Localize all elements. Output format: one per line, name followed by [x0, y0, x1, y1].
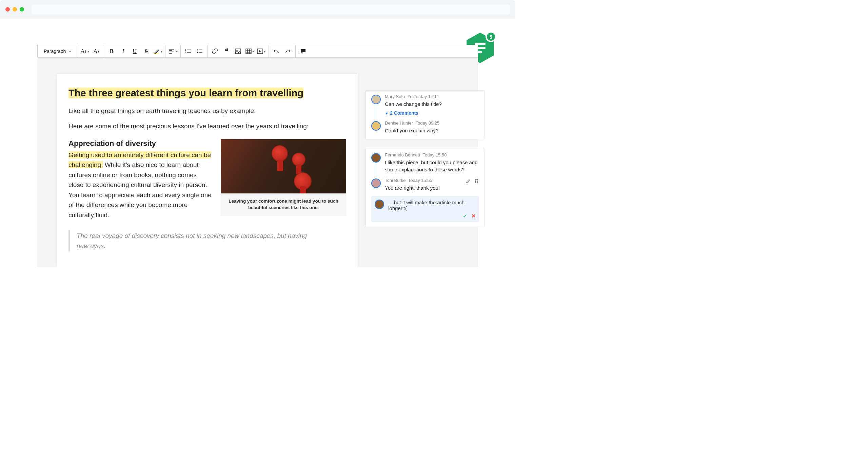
redo-button[interactable] — [283, 45, 293, 57]
paragraph-style-select[interactable]: Paragraph ▾ — [40, 49, 74, 54]
svg-rect-0 — [154, 54, 159, 54]
image-icon — [235, 49, 241, 54]
svg-rect-5 — [235, 49, 241, 54]
link-button[interactable] — [210, 45, 220, 57]
font-family-button[interactable]: AI▾ — [80, 45, 90, 57]
editor-area: Paragraph ▾ AI▾ A▾ B I U S ▾ — [37, 45, 478, 267]
font-size-button[interactable]: A▾ — [92, 45, 101, 57]
submit-reply-button[interactable]: ✓ — [463, 213, 467, 219]
doc-h2[interactable]: Appreciation of diversity — [68, 139, 213, 148]
align-button[interactable]: ▾ — [168, 45, 178, 57]
comment-thread[interactable]: Fernando Bennett Today 15:50 I like this… — [366, 149, 485, 227]
table-icon — [245, 49, 252, 54]
comment[interactable]: Toni Burke Today 15:55 You are right, th… — [371, 178, 479, 191]
strikethrough-button[interactable]: S — [141, 45, 151, 57]
avatar — [371, 153, 381, 163]
svg-text:1: 1 — [185, 49, 186, 51]
avatar — [375, 200, 384, 209]
image-button[interactable] — [233, 45, 243, 57]
address-bar[interactable] — [32, 4, 510, 15]
italic-button[interactable]: I — [118, 45, 128, 57]
media-button[interactable]: ▾ — [256, 45, 266, 57]
window-titlebar — [0, 0, 515, 19]
link-icon — [212, 48, 218, 54]
chevron-down-icon: ▾ — [69, 50, 71, 53]
table-button[interactable]: ▾ — [245, 45, 254, 57]
notification-count-badge: 5 — [486, 31, 496, 42]
avatar — [371, 121, 381, 131]
undo-icon — [273, 49, 279, 54]
document-canvas[interactable]: The three greatest things you learn from… — [57, 74, 358, 267]
highlight-button[interactable]: ▾ — [153, 45, 162, 57]
bold-button[interactable]: B — [107, 45, 116, 57]
doc-intro[interactable]: Like all the great things on earth trave… — [68, 106, 346, 116]
window-zoom-button[interactable] — [20, 7, 24, 12]
reply-input[interactable]: ... but it will make the article much lo… — [371, 196, 479, 222]
comment-icon — [300, 49, 306, 54]
underline-button[interactable]: U — [130, 45, 139, 57]
svg-rect-7 — [246, 49, 251, 54]
figure[interactable]: Leaving your comfort zone might lead you… — [221, 139, 346, 220]
comment-text: You are right, thank you! — [385, 184, 479, 191]
doc-title[interactable]: The three greatest things you learn from… — [68, 88, 303, 98]
svg-point-4 — [197, 52, 198, 53]
paragraph-style-label: Paragraph — [44, 49, 66, 54]
bullet-list-button[interactable] — [195, 45, 204, 57]
window-close-button[interactable] — [5, 7, 10, 12]
comment-meta: Fernando Bennett Today 15:50 — [385, 152, 479, 157]
comments-sidebar: Mary Soto Yesterday 14:11 Can we change … — [366, 90, 485, 227]
doc-paragraph[interactable]: Getting used to an entirely different cu… — [68, 150, 213, 220]
edit-comment-button[interactable] — [466, 179, 471, 185]
comment-text: I like this piece, but could you please … — [385, 159, 479, 173]
comment-meta: Mary Soto Yesterday 14:11 — [385, 94, 479, 99]
chevron-down-icon: ▼ — [385, 111, 389, 115]
window-minimize-button[interactable] — [13, 7, 17, 12]
app-window: 5 Paragraph ▾ AI▾ A▾ B I U S ▾ — [0, 0, 515, 267]
figure-image[interactable] — [221, 139, 346, 193]
comment-meta: Toni Burke Today 15:55 — [385, 178, 479, 183]
doc-blockquote[interactable]: The real voyage of discovery consists no… — [68, 230, 313, 251]
numbered-list-button[interactable]: 12 — [183, 45, 193, 57]
replies-toggle[interactable]: ▼2 Comments — [385, 110, 479, 116]
comment-meta: Denise Hunter Today 09:25 — [385, 120, 479, 126]
avatar — [371, 179, 381, 188]
svg-point-3 — [197, 49, 198, 50]
align-left-icon — [169, 49, 175, 54]
redo-icon — [285, 49, 291, 54]
numbered-list-icon: 12 — [185, 49, 191, 54]
editor-toolbar: Paragraph ▾ AI▾ A▾ B I U S ▾ — [37, 45, 478, 58]
delete-comment-button[interactable] — [474, 179, 479, 185]
comment-thread[interactable]: Mary Soto Yesterday 14:11 Can we change … — [366, 90, 485, 139]
svg-text:2: 2 — [185, 51, 186, 53]
avatar — [371, 95, 381, 104]
comment[interactable]: Mary Soto Yesterday 14:11 Can we change … — [371, 94, 479, 116]
figure-caption[interactable]: Leaving your comfort zone might lead you… — [221, 193, 346, 216]
comment-text: Could you explain why? — [385, 127, 479, 134]
undo-button[interactable] — [272, 45, 281, 57]
trash-icon — [474, 179, 479, 184]
media-icon — [257, 49, 263, 54]
blockquote-button[interactable]: ❝ — [222, 45, 231, 57]
comment[interactable]: Denise Hunter Today 09:25 Could you expl… — [371, 120, 479, 134]
bullet-list-icon — [197, 49, 203, 54]
cancel-reply-button[interactable]: ✕ — [471, 213, 476, 219]
reply-draft-text[interactable]: ... but it will make the article much lo… — [388, 200, 475, 211]
doc-intro2[interactable]: Here are some of the most precious lesso… — [68, 121, 346, 131]
comment-button[interactable] — [298, 45, 308, 57]
comment[interactable]: Fernando Bennett Today 15:50 I like this… — [371, 152, 479, 173]
comment-text: Can we change this title? — [385, 100, 479, 108]
pencil-icon — [466, 179, 471, 184]
